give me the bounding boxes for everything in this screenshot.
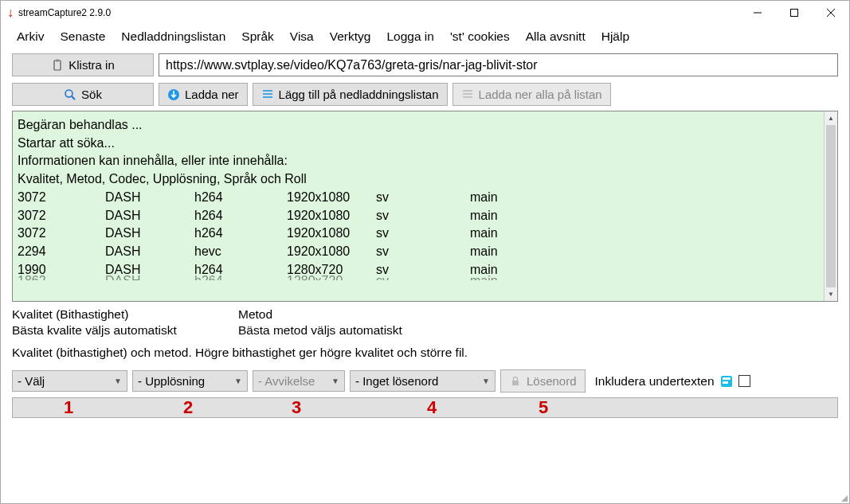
url-input[interactable] [159,53,838,76]
download-icon [167,88,180,101]
chevron-down-icon: ▼ [234,377,242,385]
scroll-down-icon[interactable]: ▼ [825,287,837,301]
resolution-select[interactable]: - Upplösning ▼ [132,370,248,392]
resolution-select-label: - Upplösning [138,374,205,388]
minimize-button[interactable] [739,1,776,25]
list-download-icon [461,88,474,101]
svg-line-7 [72,96,75,100]
password-button-label: Lösenord [527,374,577,388]
add-to-list-label: Lägg till på nedladdningslistan [279,88,439,101]
download-all-button[interactable]: Ladda ner alla på listan [452,83,611,106]
chevron-down-icon: ▼ [331,377,339,385]
output-text[interactable]: Begäran behandlas ...Startar att söka...… [13,111,824,301]
method-auto: Bästa metod väljs automatiskt [238,323,838,338]
menu-hjalp[interactable]: Hjälp [595,28,636,45]
method-label: Metod [238,307,838,322]
app-icon: ↓ [7,6,14,19]
password-button[interactable]: Lösenord [500,369,586,393]
lock-icon [509,375,522,388]
menu-sprak[interactable]: Språk [235,28,280,45]
svg-rect-15 [512,381,519,385]
chevron-down-icon: ▼ [114,377,122,385]
subtitle-icon [721,376,732,387]
menu-bar: Arkiv Senaste Nedladdningslistan Språk V… [1,25,849,52]
menu-nedladdningslistan[interactable]: Nedladdningslistan [115,28,232,45]
output-scrollbar[interactable]: ▲ ▼ [824,111,837,301]
annotation-bar: 1 2 3 4 5 [12,397,838,418]
svg-point-6 [65,90,72,97]
list-icon [261,88,274,101]
download-all-label: Ladda ner alla på listan [479,88,602,101]
menu-arkiv[interactable]: Arkiv [10,28,50,45]
annotation-1: 1 [64,397,73,418]
search-icon [64,88,76,101]
deviation-select[interactable]: - Avvikelse ▼ [253,370,345,392]
clipboard-icon [51,59,64,72]
annotation-4: 4 [427,397,437,418]
annotation-3: 3 [292,397,301,418]
add-to-list-button[interactable]: Lägg till på nedladdningslistan [253,83,448,106]
paste-button-label: Klistra in [69,58,115,72]
search-button[interactable]: Sök [12,83,154,106]
deviation-select-label: - Avvikelse [258,374,315,388]
menu-verktyg[interactable]: Verktyg [323,28,378,45]
paste-button[interactable]: Klistra in [12,53,154,76]
menu-stcookies[interactable]: 'st' cookies [444,28,516,45]
quality-auto: Bästa kvalite väljs automatiskt [12,323,238,338]
svg-rect-5 [56,59,59,61]
close-button[interactable] [813,1,849,25]
svg-rect-1 [791,10,798,17]
quality-select-label: - Välj [18,374,45,388]
title-bar: ↓ streamCapture2 2.9.0 [1,1,849,25]
scroll-thumb[interactable] [826,125,836,287]
password-select-label: - Inget lösenord [355,374,438,388]
subtitle-label: Inkludera undertexten [595,374,715,389]
search-button-label: Sök [81,88,102,101]
menu-loggain[interactable]: Logga in [380,28,440,45]
menu-senaste[interactable]: Senaste [53,28,112,45]
password-select[interactable]: - Inget lösenord ▼ [350,370,496,392]
annotation-5: 5 [539,397,548,418]
output-panel: Begäran behandlas ...Startar att söka...… [12,111,838,302]
scroll-up-icon[interactable]: ▲ [825,111,837,125]
chevron-down-icon: ▼ [482,377,490,385]
quality-label: Kvalitet (Bithastighet) [12,307,238,322]
download-button[interactable]: Ladda ner [159,83,248,106]
maximize-button[interactable] [776,1,813,25]
subtitle-checkbox[interactable] [738,375,750,387]
window-title: streamCapture2 2.9.0 [18,7,111,18]
quality-select[interactable]: - Välj ▼ [12,370,127,392]
menu-allaavsnitt[interactable]: Alla avsnitt [519,28,592,45]
svg-rect-4 [54,61,61,70]
download-button-label: Ladda ner [185,88,239,101]
description: Kvalitet (bithastighet) och metod. Högre… [1,346,849,368]
resize-grip[interactable] [836,490,849,503]
menu-visa[interactable]: Visa [284,28,320,45]
annotation-2: 2 [183,397,193,418]
